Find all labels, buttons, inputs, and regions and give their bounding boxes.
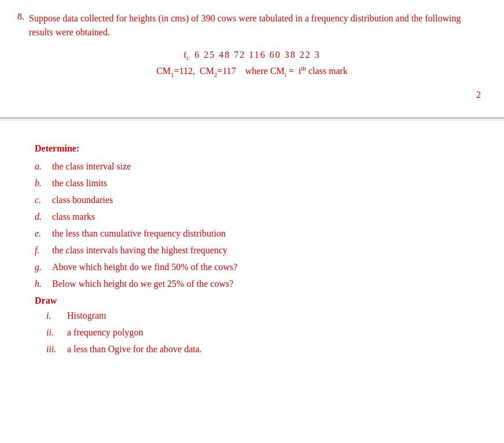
frequency-data: fi: 6 25 48 72 116 60 38 22 3 CM1=112, C… [17, 50, 487, 78]
draw-label: Draw [35, 296, 487, 306]
item-label-h: h. [35, 277, 52, 291]
list-item: ii. a frequency polygon [46, 326, 487, 339]
draw-text-i: Histogram [67, 309, 106, 323]
item-text-g: Above which height do we find 50% of the… [52, 260, 237, 274]
fi-label: fi: [183, 50, 190, 61]
item-text-c: class boundaries [52, 193, 113, 207]
bottom-section: Determine: a. the class interval size b.… [0, 120, 504, 371]
sub-items-list: a. the class interval size b. the class … [35, 160, 487, 291]
cm-text: CM1=112, CM2=117 where CMi = ith class m… [156, 65, 348, 78]
item-label-d: d. [35, 210, 52, 224]
freq-row: fi: 6 25 48 72 116 60 38 22 3 [17, 50, 487, 61]
item-text-b: the class limits [52, 176, 107, 190]
draw-section: Draw i. Histogram ii. a frequency polygo… [35, 296, 487, 356]
page-number: 2 [17, 90, 487, 100]
draw-label-iii: iii. [46, 342, 67, 356]
question-text: Suppose data collected for heights (in c… [29, 12, 487, 39]
list-item: d. class marks [35, 210, 487, 224]
list-item: iii. a less than Ogive for the above dat… [46, 342, 487, 356]
freq-values: 6 25 48 72 116 60 38 22 3 [194, 50, 320, 60]
question-header: 8. Suppose data collected for heights (i… [17, 12, 487, 39]
draw-items-list: i. Histogram ii. a frequency polygon iii… [35, 309, 487, 356]
top-section: 8. Suppose data collected for heights (i… [0, 0, 504, 117]
item-text-h: Below which height do we get 25% of the … [52, 277, 233, 291]
item-label-e: e. [35, 227, 52, 241]
list-item: h. Below which height do we get 25% of t… [35, 277, 487, 291]
item-label-b: b. [35, 176, 52, 190]
item-label-c: c. [35, 193, 52, 207]
list-item: e. the less than cumulative frequency di… [35, 227, 487, 241]
list-item: a. the class interval size [35, 160, 487, 173]
draw-text-ii: a frequency polygon [67, 326, 144, 339]
item-text-a: the class interval size [52, 160, 131, 173]
item-text-d: class marks [52, 210, 95, 224]
list-item: c. class boundaries [35, 193, 487, 207]
divider [0, 117, 504, 119]
page-container: 8. Suppose data collected for heights (i… [0, 0, 504, 371]
cm-row: CM1=112, CM2=117 where CMi = ith class m… [17, 65, 487, 78]
item-label-g: g. [35, 260, 52, 274]
item-text-f: the class intervals having the highest f… [52, 243, 227, 257]
list-item: b. the class limits [35, 176, 487, 190]
determine-label: Determine: [35, 143, 487, 154]
draw-label-ii: ii. [46, 326, 67, 339]
question-number: 8. [17, 12, 24, 22]
item-text-e: the less than cumulative frequency distr… [52, 227, 226, 241]
item-label-a: a. [35, 160, 52, 173]
item-label-f: f. [35, 243, 52, 257]
list-item: f. the class intervals having the highes… [35, 243, 487, 257]
draw-text-iii: a less than Ogive for the above data. [67, 342, 202, 356]
draw-label-i: i. [46, 309, 67, 323]
list-item: i. Histogram [46, 309, 487, 323]
list-item: g. Above which height do we find 50% of … [35, 260, 487, 274]
